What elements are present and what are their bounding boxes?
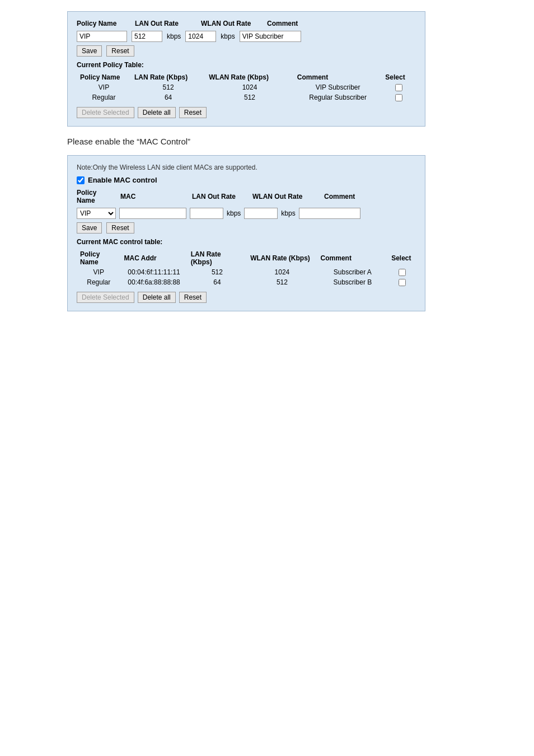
panel1-header-wlan: WLAN Out Rate: [201, 20, 263, 27]
panel1-col-lan: LAN Rate (Kbps): [131, 72, 205, 82]
panel2-header-wlan: WLAN Out Rate: [252, 193, 320, 200]
panel1-col-select: Select: [382, 72, 416, 82]
row-policy: VIP: [77, 267, 121, 277]
panel2-note: Note:Only the Wireless LAN side client M…: [77, 164, 416, 171]
row-select-checkbox[interactable]: [395, 94, 402, 101]
row-wlan: 1024: [205, 82, 294, 92]
row-lan: 64: [131, 92, 205, 102]
panel1-col-comment: Comment: [294, 72, 382, 82]
panel2-save-button[interactable]: Save: [77, 222, 102, 234]
table-row: VIP 512 1024 VIP Subscriber: [77, 82, 416, 92]
row-wlan: 1024: [247, 267, 317, 277]
panel2-delete-all-button[interactable]: Delete all: [138, 292, 176, 303]
row-select-checkbox[interactable]: [399, 269, 406, 276]
row-comment: VIP Subscriber: [294, 82, 382, 92]
enable-mac-row: Enable MAC control: [77, 176, 416, 184]
panel2-policy-select[interactable]: VIP Regular: [77, 208, 116, 219]
table-row: Regular 00:4f:6a:88:88:88 64 512 Subscri…: [77, 277, 416, 287]
panel1-delete-selected-button[interactable]: Delete Selected: [77, 107, 134, 118]
panel2-delete-selected-button[interactable]: Delete Selected: [77, 292, 134, 303]
panel1-save-row: Save Reset: [77, 45, 416, 57]
table-row: Regular 64 512 Regular Subscriber: [77, 92, 416, 102]
panel1-table-title: Current Policy Table:: [77, 61, 416, 69]
row-policy: Regular: [77, 92, 131, 102]
panel2-table-title: Current MAC control table:: [77, 238, 416, 246]
panel1-header-row: Policy Name LAN Out Rate WLAN Out Rate C…: [77, 20, 416, 27]
row-comment: Subscriber A: [317, 267, 388, 277]
panel2-form-row: VIP Regular kbps kbps: [77, 208, 416, 219]
panel1-header-policy: Policy Name: [77, 20, 130, 27]
panel2-btn-row: Delete Selected Delete all Reset: [77, 292, 416, 303]
panel1-delete-all-button[interactable]: Delete all: [138, 107, 176, 118]
panel2-save-row: Save Reset: [77, 222, 416, 234]
panel1-reset-button[interactable]: Reset: [106, 45, 134, 57]
panel2-header-comment: Comment: [324, 193, 355, 200]
panel1-col-wlan: WLAN Rate (Kbps): [205, 72, 294, 82]
enable-mac-checkbox[interactable]: [77, 176, 85, 184]
panel2-comment-input[interactable]: [299, 208, 360, 219]
panel1-header-lan: LAN Out Rate: [135, 20, 191, 27]
panel2-col-select: Select: [388, 249, 416, 267]
panel1: Policy Name LAN Out Rate WLAN Out Rate C…: [67, 11, 425, 127]
panel1-comment-input[interactable]: [240, 31, 301, 42]
row-lan: 512: [188, 267, 247, 277]
panel1-btn-row: Delete Selected Delete all Reset: [77, 107, 416, 118]
panel2-col-lan: LAN Rate (Kbps): [188, 249, 247, 267]
panel2-header-lan: LAN Out Rate: [192, 193, 248, 200]
panel1-lan-rate-input[interactable]: [132, 31, 162, 42]
row-lan: 512: [131, 82, 205, 92]
panel2-reset-table-button[interactable]: Reset: [179, 292, 207, 303]
row-lan: 64: [188, 277, 247, 287]
row-policy: Regular: [77, 277, 121, 287]
row-select-checkbox[interactable]: [395, 84, 402, 91]
panel1-save-button[interactable]: Save: [77, 45, 102, 57]
panel2-col-comment: Comment: [317, 249, 388, 267]
panel1-reset-table-button[interactable]: Reset: [179, 107, 207, 118]
panel2-header-policy: Policy Name: [77, 189, 116, 204]
row-comment: Subscriber B: [317, 277, 388, 287]
row-wlan: 512: [205, 92, 294, 102]
row-comment: Regular Subscriber: [294, 92, 382, 102]
table-row: VIP 00:04:6f:11:11:11 512 1024 Subscribe…: [77, 267, 416, 277]
enable-mac-label: Enable MAC control: [88, 176, 157, 184]
panel1-form-row: kbps kbps: [77, 31, 416, 42]
panel2-mac-input[interactable]: [119, 208, 186, 219]
panel2-wlan-kbps: kbps: [281, 209, 295, 217]
panel2-header-mac: MAC: [120, 193, 188, 200]
panel2: Note:Only the Wireless LAN side client M…: [67, 155, 425, 311]
panel1-wlan-kbps: kbps: [221, 32, 235, 40]
row-mac: 00:4f:6a:88:88:88: [121, 277, 188, 287]
row-mac: 00:04:6f:11:11:11: [121, 267, 188, 277]
panel1-policy-table: Policy Name LAN Rate (Kbps) WLAN Rate (K…: [77, 72, 416, 102]
panel2-lan-kbps: kbps: [227, 209, 241, 217]
panel1-policy-name-input[interactable]: [77, 31, 127, 42]
panel1-col-policy: Policy Name: [77, 72, 131, 82]
row-select[interactable]: [388, 277, 416, 287]
row-select-checkbox[interactable]: [399, 279, 406, 286]
instruction-text: Please enable the “MAC Control”: [67, 137, 523, 146]
row-policy: VIP: [77, 82, 131, 92]
panel2-reset-button[interactable]: Reset: [106, 222, 134, 234]
panel2-wlan-rate-input[interactable]: [244, 208, 278, 219]
row-wlan: 512: [247, 277, 317, 287]
row-select[interactable]: [388, 267, 416, 277]
panel2-header-row: Policy Name MAC LAN Out Rate WLAN Out Ra…: [77, 189, 416, 204]
panel1-lan-kbps: kbps: [167, 32, 181, 40]
panel1-wlan-rate-input[interactable]: [185, 31, 216, 42]
panel2-col-mac: MAC Addr: [121, 249, 188, 267]
row-select[interactable]: [382, 82, 416, 92]
panel2-mac-table: Policy Name MAC Addr LAN Rate (Kbps) WLA…: [77, 249, 416, 287]
panel2-lan-rate-input[interactable]: [190, 208, 223, 219]
panel2-col-policy: Policy Name: [77, 249, 121, 267]
panel2-col-wlan: WLAN Rate (Kbps): [247, 249, 317, 267]
panel1-header-comment: Comment: [267, 20, 298, 27]
row-select[interactable]: [382, 92, 416, 102]
